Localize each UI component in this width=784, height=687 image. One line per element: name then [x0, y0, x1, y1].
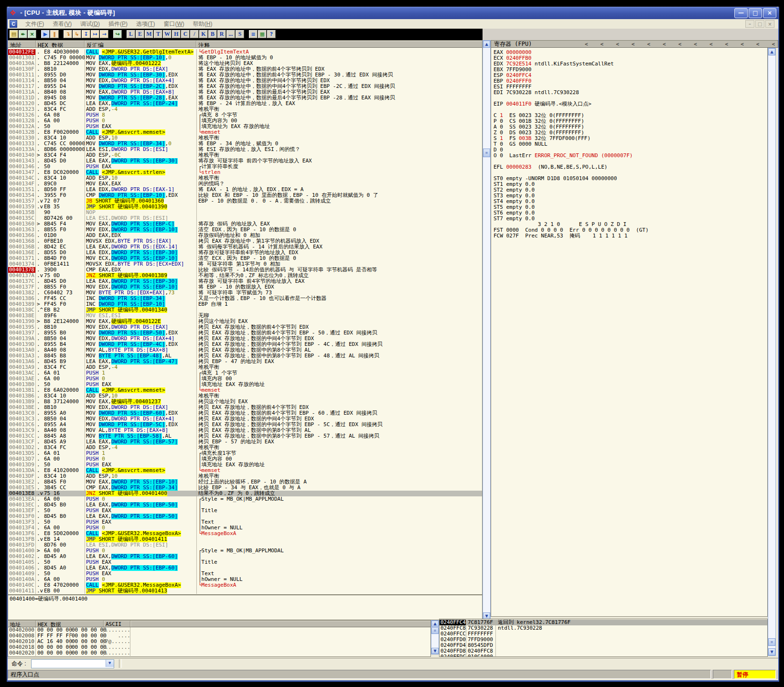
register-line[interactable]: FCW 027F Prec NEAR,53 掩码 1 1 1 1 1 1: [491, 233, 767, 239]
mdi-minimize-button[interactable]: –: [745, 20, 754, 28]
command-input[interactable]: ▼: [31, 659, 114, 668]
disasm-row[interactable]: 00401363.8B55 F0MOV EDX,DWORD PTR SS:[EB…: [8, 227, 482, 233]
history-back-icon[interactable]: <: [741, 41, 744, 47]
references-button[interactable]: R: [217, 30, 226, 38]
disasm-address[interactable]: 0040134F: [8, 181, 36, 187]
disasm-row[interactable]: 00401333.C745 CC 00000000MOV DWORD PTR S…: [8, 141, 482, 147]
disasm-row[interactable]: 00401354.3955 F0CMP DWORD PTR SS:[EBP-10…: [8, 193, 482, 198]
disasm-address[interactable]: 00401357: [8, 198, 36, 204]
register-line[interactable]: EFL 00000283 (NO,B,NE,BE,S,PO,L,LE): [491, 164, 767, 170]
disasm-row[interactable]: 004013CC.8845 A8MOV BYTE PTR SS:[EBP-58]…: [8, 433, 482, 439]
disasm-address[interactable]: 004013C6: [8, 422, 36, 428]
disasm-address[interactable]: 0040135C: [8, 215, 36, 221]
disasm-address[interactable]: 004013C9: [8, 428, 36, 433]
disasm-row[interactable]: 004013A6.8D45 B9LEA EAX,DWORD PTR SS:[EB…: [8, 359, 482, 365]
disasm-row[interactable]: 00401409.50PUSH EAX│Text: [8, 571, 482, 577]
dump-scrollbar[interactable]: ▲ ≡ ▼: [431, 620, 439, 655]
disasm-address[interactable]: 004013AC: [8, 370, 36, 376]
disasm-row[interactable]: 004012FE.E8 4D030000CALL <JMP.&USER32.Ge…: [8, 49, 482, 55]
registers-history-arrows[interactable]: <<<<<<<<<<<<<: [585, 41, 775, 47]
disasm-address[interactable]: 004013F0: [8, 514, 36, 519]
log-window-button[interactable]: L: [127, 30, 135, 38]
disasm-row[interactable]: 0040136E.8D55 D0LEA EDX,DWORD PTR SS:[EB…: [8, 250, 482, 256]
scroll-up-icon[interactable]: ▲: [431, 621, 439, 627]
disasm-address[interactable]: 004013E5: [8, 485, 36, 491]
disasm-address[interactable]: 004013EC: [8, 502, 36, 508]
disasm-row[interactable]: 004013F3.50PUSH EAX│Text: [8, 519, 482, 525]
disasm-row[interactable]: 00401382.C60402 73MOV BYTE PTR DS:[EDX+E…: [8, 290, 482, 296]
register-line[interactable]: EBP 0240FFF0: [491, 78, 767, 84]
options-icon[interactable]: ≡: [249, 30, 258, 38]
step-over-icon[interactable]: ↳: [73, 30, 81, 38]
disasm-address[interactable]: 0040131D: [8, 95, 36, 101]
disasm-row[interactable]: 004013C9.8A40 08MOV AL,BYTE PTR DS:[EAX+…: [8, 428, 482, 433]
run-icon[interactable]: ▶: [41, 30, 50, 38]
disasm-address[interactable]: 0040140C: [8, 582, 36, 588]
history-back-icon[interactable]: <: [772, 41, 775, 47]
disasm-address[interactable]: 00401328: [8, 118, 36, 124]
disasm-row[interactable]: 004013D5.6A 01PUSH 1┌填充长度1字节: [8, 451, 482, 456]
menu-item-T[interactable]: 选项(T): [132, 20, 159, 28]
disasm-address[interactable]: 00401360: [8, 221, 36, 227]
close-button[interactable]: ×: [763, 8, 776, 18]
right-scrollbar[interactable]: ▲ ≡ ▼: [768, 48, 776, 656]
scroll-down-icon[interactable]: ▼: [768, 648, 775, 655]
history-back-icon[interactable]: <: [663, 41, 666, 47]
history-back-icon[interactable]: <: [601, 41, 604, 47]
disasm-address[interactable]: 004012FE: [8, 49, 36, 55]
history-back-icon[interactable]: <: [647, 41, 650, 47]
col-header-disasm[interactable]: 反汇编: [85, 41, 196, 47]
register-line[interactable]: EDX 7C92E514 ntdll.KiFastSystemCallRet: [491, 61, 767, 67]
disasm-row[interactable]: 00401389>FF45 F0INC DWORD PTR SS:[EBP-10…: [8, 301, 482, 307]
pause-icon[interactable]: ‖: [50, 30, 59, 38]
disasm-address[interactable]: 00401411: [8, 588, 36, 594]
history-back-icon[interactable]: <: [678, 41, 682, 47]
menu-item-F[interactable]: 文件(F): [21, 20, 48, 28]
disasm-row[interactable]: 004013C3.8B50 04MOV EDX,DWORD PTR DS:[EA…: [8, 416, 482, 422]
history-back-icon[interactable]: <: [725, 41, 729, 47]
disasm-address[interactable]: 0040138E: [8, 313, 36, 319]
disasm-row[interactable]: 0040133A.8DB6 00000000LEA ESI,DWORD PTR …: [8, 147, 482, 152]
disasm-row[interactable]: 00401357.v72 07JB SHORT 硬编码寻.00401360EBP…: [8, 198, 482, 204]
disasm-row[interactable]: 0040136B.8D42 ECLEA EAX,DWORD PTR DS:[ED…: [8, 244, 482, 250]
disasm-address[interactable]: 00401363: [8, 227, 36, 233]
register-line[interactable]: EIP 004011F0 硬编码寻.<模块入口点>: [491, 101, 767, 107]
disasm-row[interactable]: 004013EC.8D45 B0LEA EAX,DWORD PTR SS:[EB…: [8, 502, 482, 508]
disasm-row[interactable]: 0040130A.B8 22124000MOV EAX,硬编码寻.0040122…: [8, 61, 482, 66]
disasm-address[interactable]: 00401323: [8, 107, 36, 112]
disasm-row[interactable]: 004013DF.83C4 10ADD ESP,10堆栈平衡: [8, 473, 482, 479]
memory-map-button[interactable]: M: [145, 30, 153, 38]
disasm-address[interactable]: 00401359: [8, 204, 36, 210]
disasm-address[interactable]: 004013A0: [8, 347, 36, 353]
disasm-row[interactable]: 00401330.83C4 10ADD ESP,10堆栈平衡: [8, 135, 482, 141]
mdi-restore-button[interactable]: □: [755, 20, 764, 28]
disasm-row[interactable]: 004013FB.vEB 14JMP SHORT 硬编码寻.00401411: [8, 537, 482, 542]
mdi-close-button[interactable]: ×: [765, 20, 774, 28]
maximize-button[interactable]: □: [749, 8, 762, 18]
disasm-address[interactable]: 0040138C: [8, 307, 36, 313]
disasm-address[interactable]: 004013B9: [8, 399, 36, 405]
executables-button[interactable]: E: [136, 30, 144, 38]
disasm-row[interactable]: 00401395.8B10MOV EDX,DWORD PTR DS:[EAX]拷…: [8, 324, 482, 330]
cpu-button[interactable]: C: [181, 30, 190, 38]
disasm-row[interactable]: 00401411.vEB 00JMP SHORT 硬编码寻.00401413: [8, 588, 482, 594]
chevron-down-icon[interactable]: ▼: [106, 660, 114, 667]
until-return-icon[interactable]: →: [100, 30, 108, 38]
disasm-address[interactable]: 00401326: [8, 112, 36, 118]
scroll-down-icon[interactable]: ▼: [431, 648, 439, 654]
disasm-address[interactable]: 004013C0: [8, 410, 36, 416]
disasm-address[interactable]: 00401386: [8, 296, 36, 301]
menu-item-H[interactable]: 帮助(H): [189, 20, 217, 28]
disasm-row[interactable]: 004013EA.6A 00PUSH 0┌Style = MB_OK|MB_AP…: [8, 496, 482, 502]
scroll-thumb[interactable]: ≡: [483, 149, 490, 157]
disasm-address[interactable]: 004013CC: [8, 433, 36, 439]
col-header-hex[interactable]: HEX 数据: [36, 41, 85, 47]
disasm-row[interactable]: 00401405.50PUSH EAX│Title: [8, 559, 482, 565]
stack-row[interactable]: 0240FFDC010CA000: [440, 654, 767, 657]
disasm-address[interactable]: 004013F3: [8, 519, 36, 525]
disasm-address[interactable]: 00401347: [8, 170, 36, 175]
disasm-address[interactable]: 004013C3: [8, 416, 36, 422]
disasm-row[interactable]: 0040134F.89C0MOV EAX,EAX闲的慌吗？: [8, 181, 482, 187]
disasm-address[interactable]: 00401390: [8, 319, 36, 324]
disasm-address[interactable]: 0040137F: [8, 284, 36, 290]
